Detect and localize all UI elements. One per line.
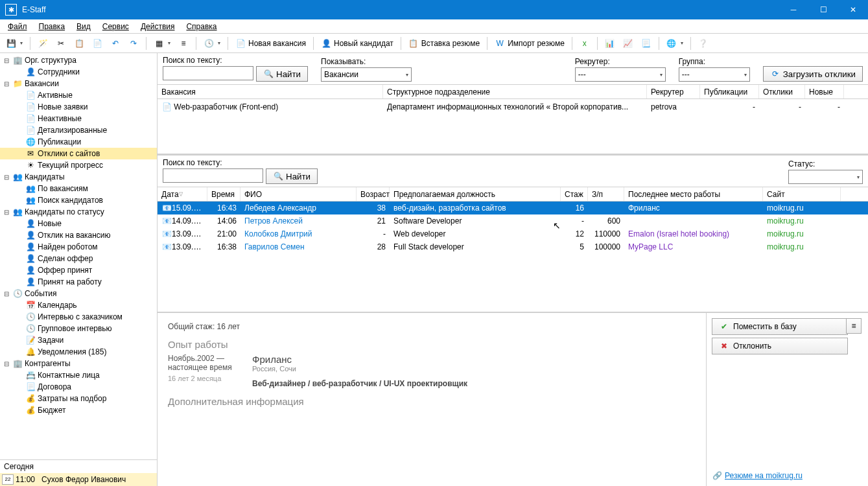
tb-stats[interactable]: 📈 (620, 36, 637, 51)
tree-item[interactable]: 🕓Групповое интервью (0, 323, 157, 334)
tree-group-cand[interactable]: ⊟👥Кандидаты (0, 171, 157, 183)
tree-item[interactable]: 👤Оффер принят (0, 264, 157, 276)
vacancy-row[interactable]: 📄 Web-разработчик (Front-end) Департамен… (158, 99, 868, 115)
tb-report[interactable]: 📃 (638, 36, 655, 51)
col-header[interactable]: Дата ▽ (158, 187, 207, 201)
search-input[interactable] (163, 66, 253, 80)
experience-header: Опыт работы (168, 339, 696, 350)
titlebar: ✱ E-Staff ─ ☐ ✕ (0, 0, 868, 19)
menu-edit[interactable]: Правка (34, 21, 71, 32)
tb-new-vacancy[interactable]: 📄Новая вакансия (232, 36, 309, 51)
tree-item[interactable]: 📄Детализированные (0, 124, 157, 136)
tree-group-vac[interactable]: ⊟📁Вакансии (0, 78, 157, 89)
tree-item[interactable]: 🔔Уведомления (185) (0, 346, 157, 358)
maximize-button[interactable]: ☐ (808, 0, 838, 19)
tree-item[interactable]: 📄Активные (0, 89, 157, 101)
recruiter-select[interactable]: ---▾ (575, 67, 666, 82)
find-button-2[interactable]: 🔍Найти (266, 168, 318, 184)
tb-new-candidate[interactable]: 👤Новый кандидат (318, 36, 397, 51)
reject-button[interactable]: ✖Отклонить (712, 338, 848, 354)
tree-item[interactable]: 📄Новые заявки (0, 101, 157, 113)
tb-globe[interactable]: 🌐▾ (663, 36, 686, 51)
tb-wand[interactable]: 🪄 (34, 36, 51, 51)
group-select[interactable]: ---▾ (679, 67, 750, 82)
candidate-row[interactable]: 📧15.09.201816:43Лебедев Александр38веб-д… (158, 202, 868, 214)
col-header[interactable]: Время (207, 187, 240, 201)
tree-item[interactable]: 👥Поиск кандидатов (0, 194, 157, 206)
col-header[interactable]: ФИО (240, 187, 357, 201)
col-header[interactable]: Сайт (763, 187, 841, 201)
minimize-button[interactable]: ─ (779, 0, 808, 19)
tree-group-contr[interactable]: ⊟🏢Контрагенты (0, 358, 157, 369)
tree-item[interactable]: 📇Контактные лица (0, 369, 157, 381)
col-header[interactable]: З/п (588, 187, 624, 201)
tree-item[interactable]: ☀Текущий прогресс (0, 159, 157, 171)
tree-group-cand_status[interactable]: ⊟👥Кандидаты по статусу (0, 206, 157, 218)
resume-link[interactable]: 🔗Резюме на moikrug.ru (712, 470, 803, 481)
search-input-2[interactable] (163, 168, 263, 183)
tree-item[interactable]: 📄Неактивные (0, 113, 157, 124)
col-pub[interactable]: Публикации (700, 85, 759, 98)
tb-paste[interactable]: 📄 (89, 36, 106, 51)
col-resp[interactable]: Отклики (759, 85, 805, 98)
menu-file[interactable]: Файл (3, 21, 32, 32)
col-dept[interactable]: Структурное подразделение (383, 85, 647, 98)
col-recruiter[interactable]: Рекрутер (647, 85, 700, 98)
tree-group-org[interactable]: ⊟🏢Орг. структура (0, 54, 157, 66)
tree-item[interactable]: 🕓Интервью с заказчиком (0, 311, 157, 323)
candidate-row[interactable]: 📧14.09.201814:06Петров Алексей21Software… (158, 214, 868, 227)
today-event[interactable]: 22 11:00 Сухов Федор Иванович (0, 473, 157, 486)
tree-item[interactable]: 👤Принят на работу (0, 276, 157, 288)
tree-item[interactable]: 💰Затраты на подбор (0, 393, 157, 404)
tree-item[interactable]: 👤Сделан оффер (0, 253, 157, 264)
menu-service[interactable]: Сервис (97, 21, 134, 32)
tree-item[interactable]: ✉Отклики с сайтов (0, 148, 157, 159)
tree-group-events[interactable]: ⊟🕓События (0, 288, 157, 299)
tb-help[interactable]: ❔ (695, 36, 712, 51)
today-person: Сухов Федор Иванович (41, 475, 126, 484)
tb-clock[interactable]: 🕓▾ (200, 36, 224, 51)
menu-actions[interactable]: Действия (135, 21, 180, 32)
tree-item[interactable]: 📝Задачи (0, 334, 157, 346)
tree-item[interactable]: 📃Договора (0, 381, 157, 393)
tb-import-resume[interactable]: WИмпорт резюме (491, 36, 568, 51)
candidate-row[interactable]: 📧13.09.201821:00Колобков Дмитрий-Web dev… (158, 227, 868, 240)
show-select[interactable]: Вакансии▾ (321, 67, 412, 82)
tb-list[interactable]: ≡ (175, 36, 192, 51)
actions-menu-button[interactable]: ≡ (846, 318, 862, 334)
tree-item[interactable]: 👤Найден роботом (0, 241, 157, 253)
add-to-db-button[interactable]: ✔Поместить в базу (712, 318, 848, 335)
tb-undo[interactable]: ↶ (107, 36, 124, 51)
menubar: Файл Правка Вид Сервис Действия Справка (0, 19, 868, 34)
col-header[interactable]: Стаж (561, 187, 588, 201)
tb-copy[interactable]: 📋 (71, 36, 88, 51)
tree-item[interactable]: 📅Календарь (0, 299, 157, 311)
tb-chart[interactable]: 📊 (602, 36, 618, 51)
tb-redo[interactable]: ↷ (125, 36, 142, 51)
tree-item[interactable]: 👤Новые (0, 218, 157, 229)
load-responses-button[interactable]: ⟳Загрузить отклики (763, 66, 863, 82)
tree-item[interactable]: 👤Отклик на вакансию (0, 229, 157, 241)
candidate-row[interactable]: 📧13.09.201816:38Гаврилов Семен28Full Sta… (158, 240, 868, 253)
find-button[interactable]: 🔍Найти (256, 66, 308, 82)
tree-item[interactable]: 💰Бюджет (0, 404, 157, 416)
job-role: Веб-дизайнер / веб-разработчик / UI-UX п… (252, 379, 467, 388)
tb-grid[interactable]: ▦▾ (150, 36, 174, 51)
close-button[interactable]: ✕ (838, 0, 868, 19)
tb-cut[interactable]: ✂ (53, 36, 69, 51)
menu-view[interactable]: Вид (71, 21, 96, 32)
tree-item[interactable]: 👥По вакансиям (0, 183, 157, 194)
content-area: Поиск по тексту: 🔍Найти Показывать: Вака… (158, 53, 868, 486)
col-new[interactable]: Новые (805, 85, 844, 98)
col-vacancy[interactable]: Вакансия (158, 85, 383, 98)
tree-item[interactable]: 🌐Публикации (0, 136, 157, 148)
tree-item[interactable]: 👤Сотрудники (0, 66, 157, 78)
col-header[interactable]: Возраст (357, 187, 390, 201)
tb-paste-resume[interactable]: 📋Вставка резюме (405, 36, 483, 51)
tb-disk[interactable]: 💾▾ (3, 36, 26, 51)
col-header[interactable]: Предполагаемая должность (390, 187, 561, 201)
tb-excel[interactable]: x (576, 36, 593, 51)
menu-help[interactable]: Справка (181, 21, 222, 32)
col-header[interactable]: Последнее место работы (624, 187, 763, 201)
status-select[interactable]: ▾ (788, 170, 863, 184)
